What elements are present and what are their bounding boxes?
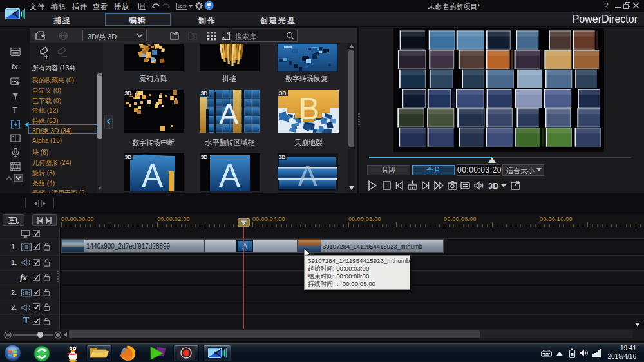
svg-text:T: T — [12, 106, 17, 115]
svg-text:A: A — [298, 160, 317, 191]
svg-text:3D: 3D — [279, 90, 287, 97]
svg-text:3D: 3D — [125, 154, 132, 160]
svg-text:3D: 3D — [125, 90, 132, 97]
svg-text:A: A — [142, 158, 164, 191]
svg-text:fx: fx — [12, 62, 19, 70]
svg-text:3D: 3D — [201, 90, 208, 97]
svg-text:3D: 3D — [279, 154, 286, 160]
svg-text:A: A — [219, 97, 239, 131]
svg-text:A: A — [219, 158, 241, 191]
svg-text:B: B — [299, 91, 319, 126]
svg-text:3D: 3D — [201, 154, 208, 160]
